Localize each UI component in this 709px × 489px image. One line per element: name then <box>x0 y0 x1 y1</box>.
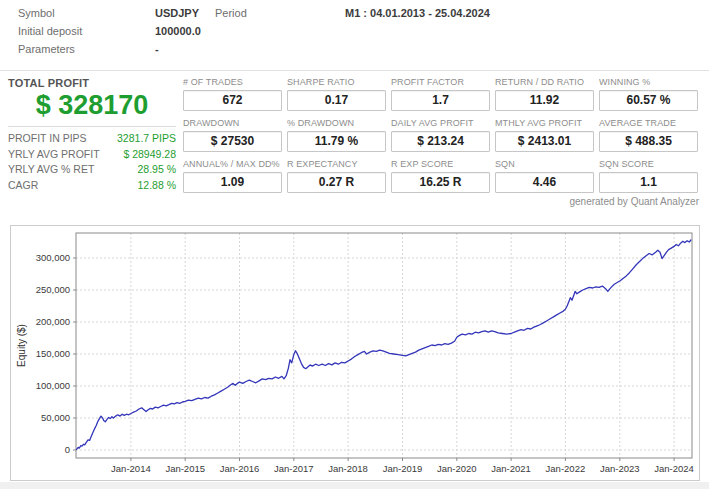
symbol-value: USDJPY <box>155 7 199 19</box>
yrly-avg-ret-value: 28.95 % <box>137 162 176 178</box>
symbol-label: Symbol <box>18 7 55 19</box>
svg-text:250,000: 250,000 <box>36 284 70 295</box>
svg-text:Jan-2016: Jan-2016 <box>220 463 260 474</box>
stat-label: PROFIT FACTOR <box>391 77 490 87</box>
stat-cell: WINNING %60.57 % <box>599 77 698 111</box>
stat-cell: SHARPE RATIO0.17 <box>287 77 386 111</box>
stat-label: RETURN / DD RATIO <box>495 77 594 87</box>
stat-value-box: 1.7 <box>391 90 490 111</box>
svg-text:Jan-2015: Jan-2015 <box>165 463 205 474</box>
stat-label: WINNING % <box>599 77 698 87</box>
svg-text:Jan-2020: Jan-2020 <box>437 463 477 474</box>
svg-text:200,000: 200,000 <box>36 316 70 327</box>
svg-text:150,000: 150,000 <box>36 348 70 359</box>
svg-text:Equity ($): Equity ($) <box>16 324 27 367</box>
yrly-avg-profit-value: $ 28949.28 <box>123 147 176 163</box>
stat-value-box: 11.92 <box>495 90 594 111</box>
parameters-value: - <box>155 43 159 55</box>
stat-label: SHARPE RATIO <box>287 77 386 87</box>
svg-text:300,000: 300,000 <box>36 252 70 263</box>
total-profit-label: TOTAL PROFIT <box>8 77 176 89</box>
header-row-initial-deposit: Initial deposit 100000.0 <box>0 25 709 42</box>
equity-chart-panel: 050,000100,000150,000200,000250,000300,0… <box>10 225 700 481</box>
stat-cell: R EXP SCORE16.25 R <box>391 159 490 193</box>
profit-in-pips-value: 3281.7 PIPS <box>117 131 176 147</box>
report-header: Symbol USDJPY Period M1 : 04.01.2013 - 2… <box>0 4 709 64</box>
stat-value-box: 4.46 <box>495 172 594 193</box>
summary-rows: PROFIT IN PIPS 3281.7 PIPS YRLY AVG PROF… <box>8 126 176 193</box>
svg-text:Jan-2017: Jan-2017 <box>274 463 314 474</box>
header-row-parameters: Parameters - <box>0 43 709 60</box>
svg-text:Jan-2019: Jan-2019 <box>383 463 423 474</box>
stat-value-box: 0.27 R <box>287 172 386 193</box>
initial-deposit-label: Initial deposit <box>18 25 82 37</box>
svg-text:50,000: 50,000 <box>41 412 70 423</box>
stat-label: % DRAWDOWN <box>287 118 386 128</box>
svg-text:Jan-2018: Jan-2018 <box>328 463 368 474</box>
svg-text:Jan-2022: Jan-2022 <box>546 463 586 474</box>
stat-label: R EXPECTANCY <box>287 159 386 169</box>
stat-value-box: 11.79 % <box>287 131 386 152</box>
stat-cell: AVERAGE TRADE$ 488.35 <box>599 118 698 152</box>
stat-cell: R EXPECTANCY0.27 R <box>287 159 386 193</box>
stat-cell: MTHLY AVG PROFIT$ 2413.01 <box>495 118 594 152</box>
svg-text:Jan-2023: Jan-2023 <box>600 463 640 474</box>
generated-by-note: generated by Quant Analyzer <box>569 196 699 207</box>
stat-value-box: 672 <box>183 90 282 111</box>
bottom-strip <box>0 482 709 489</box>
stat-cell: PROFIT FACTOR1.7 <box>391 77 490 111</box>
svg-text:Jan-2014: Jan-2014 <box>111 463 151 474</box>
stat-value-box: $ 488.35 <box>599 131 698 152</box>
stat-value-box: 1.09 <box>183 172 282 193</box>
summary-row-cagr: CAGR 12.88 % <box>8 178 176 194</box>
stat-label: # OF TRADES <box>183 77 282 87</box>
svg-text:100,000: 100,000 <box>36 380 70 391</box>
yrly-avg-ret-label: YRLY AVG % RET <box>8 162 94 178</box>
period-value: M1 : 04.01.2013 - 25.04.2024 <box>345 7 490 19</box>
stat-cell: SQN SCORE1.1 <box>599 159 698 193</box>
stat-label: R EXP SCORE <box>391 159 490 169</box>
period-label: Period <box>215 7 247 19</box>
stat-cell: DAILY AVG PROFIT$ 213.24 <box>391 118 490 152</box>
yrly-avg-profit-label: YRLY AVG PROFIT <box>8 147 100 163</box>
stat-cell: % DRAWDOWN11.79 % <box>287 118 386 152</box>
stat-value-box: $ 2413.01 <box>495 131 594 152</box>
total-profit-summary: TOTAL PROFIT $ 328170 PROFIT IN PIPS 328… <box>8 77 176 193</box>
parameters-label: Parameters <box>18 43 75 55</box>
stat-cell: # OF TRADES672 <box>183 77 282 111</box>
stat-value-box: 60.57 % <box>599 90 698 111</box>
svg-text:0: 0 <box>65 444 70 455</box>
initial-deposit-value: 100000.0 <box>155 25 201 37</box>
total-profit-value: $ 328170 <box>8 90 176 121</box>
stat-cell: DRAWDOWN$ 27530 <box>183 118 282 152</box>
summary-row-yrly-avg-profit: YRLY AVG PROFIT $ 28949.28 <box>8 147 176 163</box>
stat-value-box: 0.17 <box>287 90 386 111</box>
stat-label: DAILY AVG PROFIT <box>391 118 490 128</box>
stat-label: SQN SCORE <box>599 159 698 169</box>
equity-chart: 050,000100,000150,000200,000250,000300,0… <box>11 226 699 480</box>
stat-label: AVERAGE TRADE <box>599 118 698 128</box>
cagr-value: 12.88 % <box>137 178 176 194</box>
stat-value-box: 1.1 <box>599 172 698 193</box>
stat-value-box: 16.25 R <box>391 172 490 193</box>
stat-value-box: $ 27530 <box>183 131 282 152</box>
svg-text:Jan-2024: Jan-2024 <box>654 463 694 474</box>
stat-label: SQN <box>495 159 594 169</box>
summary-row-yrly-avg-ret: YRLY AVG % RET 28.95 % <box>8 162 176 178</box>
summary-row-profit-in-pips: PROFIT IN PIPS 3281.7 PIPS <box>8 131 176 147</box>
stat-label: ANNUAL% / MAX DD% <box>183 159 282 169</box>
stat-cell: ANNUAL% / MAX DD%1.09 <box>183 159 282 193</box>
stat-cell: SQN4.46 <box>495 159 594 193</box>
stat-label: MTHLY AVG PROFIT <box>495 118 594 128</box>
profit-in-pips-label: PROFIT IN PIPS <box>8 131 87 147</box>
stat-cell: RETURN / DD RATIO11.92 <box>495 77 594 111</box>
cagr-label: CAGR <box>8 178 38 194</box>
svg-text:Jan-2021: Jan-2021 <box>491 463 531 474</box>
header-row-symbol: Symbol USDJPY Period M1 : 04.01.2013 - 2… <box>0 7 709 24</box>
stats-grid: # OF TRADES672SHARPE RATIO0.17PROFIT FAC… <box>183 77 699 200</box>
stat-label: DRAWDOWN <box>183 118 282 128</box>
header-separator <box>0 70 709 71</box>
stat-value-box: $ 213.24 <box>391 131 490 152</box>
